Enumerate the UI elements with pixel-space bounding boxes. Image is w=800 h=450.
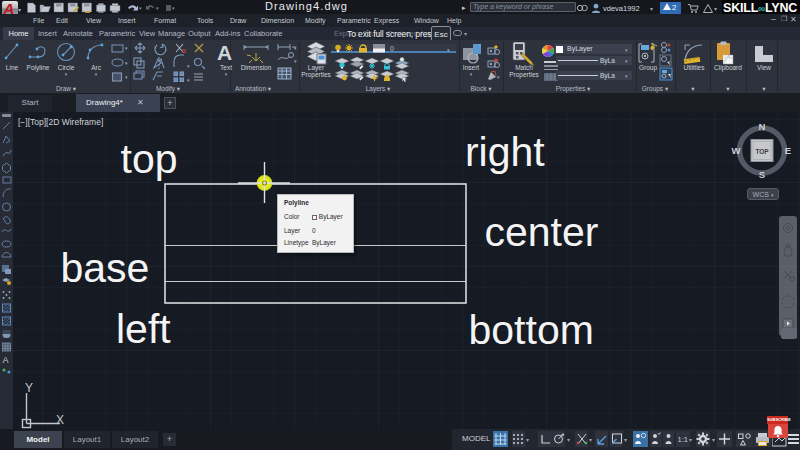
svg-text:1:1: 1:1 <box>678 435 688 444</box>
svg-text:▾: ▾ <box>712 437 715 443</box>
svg-text:▾: ▾ <box>125 60 128 66</box>
svg-text:▾: ▾ <box>589 437 592 443</box>
svg-text:▾: ▾ <box>172 5 175 11</box>
svg-text:▾: ▾ <box>497 74 500 80</box>
svg-text:▾: ▾ <box>567 437 570 443</box>
svg-text:▾: ▾ <box>187 63 190 69</box>
svg-text:▾: ▾ <box>125 74 128 80</box>
svg-text:▾: ▾ <box>187 77 190 82</box>
svg-text:0: 0 <box>390 45 394 52</box>
svg-text:▾: ▾ <box>294 45 297 51</box>
svg-text:▾: ▾ <box>689 437 692 443</box>
svg-text:▾: ▾ <box>294 58 297 64</box>
svg-text:▾: ▾ <box>447 47 450 53</box>
svg-text:▾: ▾ <box>139 5 142 11</box>
svg-text:▾: ▾ <box>125 45 128 51</box>
svg-text:▾: ▾ <box>156 5 159 11</box>
svg-text:▾: ▾ <box>526 437 529 443</box>
svg-text:▾: ▾ <box>624 437 627 443</box>
